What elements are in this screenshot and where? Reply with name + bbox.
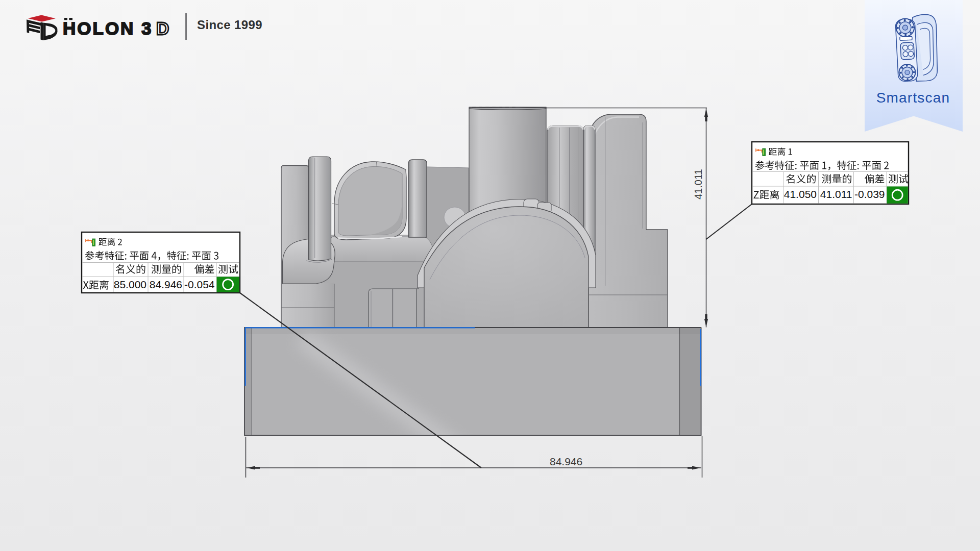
svg-text:HOLON 3: HOLON 3 <box>63 18 153 38</box>
svg-text:84.946: 84.946 <box>550 456 582 467</box>
svg-text:41.011: 41.011 <box>693 169 704 199</box>
svg-text:85.000: 85.000 <box>114 279 146 290</box>
svg-text:84.946: 84.946 <box>150 279 182 290</box>
svg-text:41.011: 41.011 <box>820 188 852 200</box>
svg-text:-0.054: -0.054 <box>184 279 215 290</box>
svg-text:-0.039: -0.039 <box>854 188 885 200</box>
svg-text:D: D <box>156 18 169 38</box>
svg-text:41.050: 41.050 <box>784 188 817 200</box>
svg-text:Since 1999: Since 1999 <box>197 18 262 32</box>
svg-text:Smartscan: Smartscan <box>876 90 950 106</box>
